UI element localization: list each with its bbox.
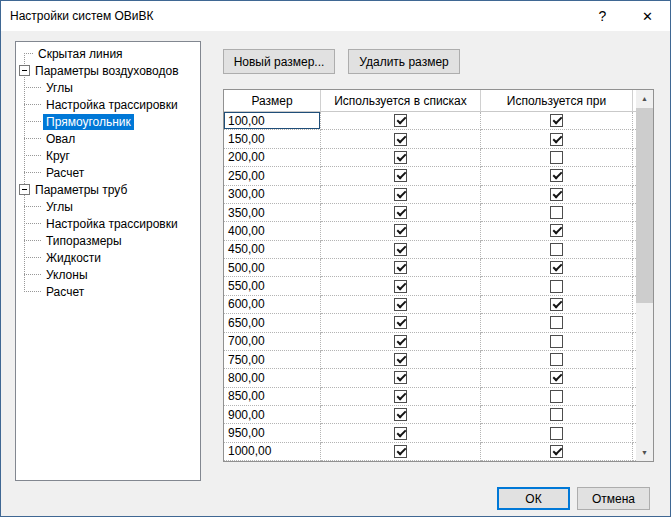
- checkbox-used-at[interactable]: [550, 261, 563, 274]
- table-row[interactable]: 100,00: [224, 112, 636, 130]
- checkbox-used-at[interactable]: [550, 151, 563, 164]
- size-cell[interactable]: 750,00: [224, 351, 321, 369]
- size-cell[interactable]: 650,00: [224, 314, 321, 332]
- checkbox-used-in-lists[interactable]: [394, 243, 407, 256]
- help-button[interactable]: ?: [580, 1, 625, 31]
- checkbox-used-in-lists[interactable]: [394, 427, 407, 440]
- new-size-button[interactable]: Новый размер...: [223, 49, 335, 74]
- checkbox-used-at[interactable]: [550, 133, 563, 146]
- tree-item[interactable]: Расчет: [16, 164, 200, 181]
- checkbox-used-in-lists[interactable]: [394, 371, 407, 384]
- tree-item[interactable]: Жидкости: [16, 249, 200, 266]
- checkbox-used-in-lists[interactable]: [394, 151, 407, 164]
- table-row[interactable]: 150,00: [224, 130, 636, 148]
- tree-item[interactable]: Углы: [16, 79, 200, 96]
- checkbox-used-at[interactable]: [550, 114, 563, 127]
- checkbox-used-in-lists[interactable]: [394, 353, 407, 366]
- size-cell[interactable]: 350,00: [224, 204, 321, 222]
- tree-item[interactable]: Углы: [16, 198, 200, 215]
- table-row[interactable]: 650,00: [224, 314, 636, 332]
- checkbox-used-at[interactable]: [550, 316, 563, 329]
- size-cell[interactable]: 600,00: [224, 296, 321, 314]
- size-cell[interactable]: 450,00: [224, 241, 321, 259]
- size-cell[interactable]: 100,00: [224, 112, 321, 130]
- size-cell[interactable]: 850,00: [224, 388, 321, 406]
- size-cell[interactable]: 1000,00: [224, 443, 321, 461]
- checkbox-used-at[interactable]: [550, 427, 563, 440]
- tree-item[interactable]: Прямоугольник: [16, 113, 200, 130]
- tree-collapse-icon[interactable]: [19, 184, 30, 195]
- table-row[interactable]: 700,00: [224, 333, 636, 351]
- tree-item[interactable]: Скрытая линия: [16, 45, 200, 62]
- table-row[interactable]: 450,00: [224, 241, 636, 259]
- size-cell[interactable]: 900,00: [224, 406, 321, 424]
- checkbox-used-at[interactable]: [550, 390, 563, 403]
- tree-item[interactable]: Настройка трассировки: [16, 96, 200, 113]
- table-row[interactable]: 1000,00: [224, 443, 636, 461]
- size-cell[interactable]: 250,00: [224, 167, 321, 185]
- tree-item[interactable]: Уклоны: [16, 266, 200, 283]
- tree-collapse-icon[interactable]: [19, 65, 30, 76]
- table-row[interactable]: 550,00: [224, 277, 636, 295]
- scroll-down-icon[interactable]: ▼: [636, 444, 653, 461]
- column-header[interactable]: Используется в списках: [321, 90, 481, 112]
- table-row[interactable]: 950,00: [224, 424, 636, 442]
- table-row[interactable]: 350,00: [224, 204, 636, 222]
- checkbox-used-at[interactable]: [550, 169, 563, 182]
- checkbox-used-in-lists[interactable]: [394, 133, 407, 146]
- checkbox-used-at[interactable]: [550, 353, 563, 366]
- checkbox-used-at[interactable]: [550, 243, 563, 256]
- checkbox-used-in-lists[interactable]: [394, 188, 407, 201]
- checkbox-used-at[interactable]: [550, 335, 563, 348]
- size-cell[interactable]: 150,00: [224, 130, 321, 148]
- close-button[interactable]: ✕: [625, 1, 670, 31]
- table-row[interactable]: 800,00: [224, 369, 636, 387]
- table-row[interactable]: 750,00: [224, 351, 636, 369]
- checkbox-used-in-lists[interactable]: [394, 224, 407, 237]
- size-cell[interactable]: 550,00: [224, 277, 321, 295]
- table-row[interactable]: 900,00: [224, 406, 636, 424]
- checkbox-used-at[interactable]: [550, 445, 563, 458]
- ok-button[interactable]: ОК: [497, 487, 570, 510]
- tree-item[interactable]: Овал: [16, 130, 200, 147]
- size-cell[interactable]: 950,00: [224, 424, 321, 442]
- size-cell[interactable]: 800,00: [224, 369, 321, 387]
- table-row[interactable]: 250,00: [224, 167, 636, 185]
- checkbox-used-in-lists[interactable]: [394, 390, 407, 403]
- checkbox-used-in-lists[interactable]: [394, 280, 407, 293]
- table-row[interactable]: 400,00: [224, 222, 636, 240]
- table-scrollbar[interactable]: ▲ ▼: [636, 90, 653, 461]
- checkbox-used-in-lists[interactable]: [394, 298, 407, 311]
- tree-item[interactable]: Параметры труб: [16, 181, 200, 198]
- checkbox-used-at[interactable]: [550, 188, 563, 201]
- tree-item[interactable]: Настройка трассировки: [16, 215, 200, 232]
- checkbox-used-at[interactable]: [550, 371, 563, 384]
- tree-item[interactable]: Типоразмеры: [16, 232, 200, 249]
- checkbox-used-at[interactable]: [550, 206, 563, 219]
- checkbox-used-in-lists[interactable]: [394, 408, 407, 421]
- size-cell[interactable]: 700,00: [224, 333, 321, 351]
- checkbox-used-in-lists[interactable]: [394, 445, 407, 458]
- checkbox-used-at[interactable]: [550, 280, 563, 293]
- checkbox-used-in-lists[interactable]: [394, 114, 407, 127]
- size-cell[interactable]: 400,00: [224, 222, 321, 240]
- tree-item[interactable]: Круг: [16, 147, 200, 164]
- checkbox-used-in-lists[interactable]: [394, 261, 407, 274]
- cancel-button[interactable]: Отмена: [577, 487, 650, 510]
- delete-size-button[interactable]: Удалить размер: [348, 49, 460, 74]
- column-header[interactable]: Размер: [224, 90, 321, 112]
- checkbox-used-at[interactable]: [550, 298, 563, 311]
- size-cell[interactable]: 200,00: [224, 149, 321, 167]
- checkbox-used-at[interactable]: [550, 408, 563, 421]
- column-header[interactable]: Используется при: [481, 90, 633, 112]
- scrollbar-track[interactable]: [636, 107, 653, 444]
- checkbox-used-in-lists[interactable]: [394, 335, 407, 348]
- scroll-up-icon[interactable]: ▲: [636, 90, 653, 107]
- table-row[interactable]: 500,00: [224, 259, 636, 277]
- size-cell[interactable]: 500,00: [224, 259, 321, 277]
- table-row[interactable]: 200,00: [224, 149, 636, 167]
- checkbox-used-in-lists[interactable]: [394, 316, 407, 329]
- tree-item[interactable]: Расчет: [16, 283, 200, 300]
- table-row[interactable]: 600,00: [224, 296, 636, 314]
- checkbox-used-at[interactable]: [550, 224, 563, 237]
